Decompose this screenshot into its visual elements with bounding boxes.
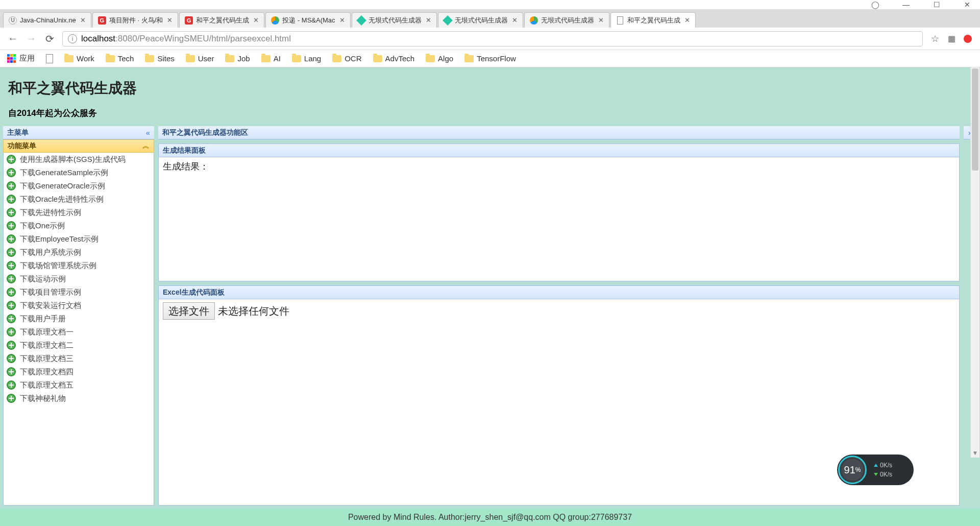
sidebar-main-header[interactable]: 主菜单 « xyxy=(3,126,154,139)
plus-icon xyxy=(7,380,16,390)
bookmark-folder[interactable]: Tech xyxy=(106,54,134,63)
sidebar-menu-item[interactable]: 下载GenerateOracle示例 xyxy=(4,179,154,193)
plus-icon xyxy=(7,195,16,204)
collapse-left-icon[interactable]: « xyxy=(146,128,150,137)
url-path: :8080/PeaceWingSMEU/html/parseexcel.html xyxy=(115,34,291,44)
sidebar-menu-item[interactable]: 下载安装运行文档 xyxy=(4,299,154,312)
excel-panel-header: Excel生成代码面板 xyxy=(159,286,959,299)
sidebar-menu-item[interactable]: 下载GenerateSample示例 xyxy=(4,166,154,179)
browser-tab[interactable]: 无垠式代码生成器✕ xyxy=(352,12,437,28)
site-info-icon[interactable]: i xyxy=(68,34,77,43)
bookmark-folder[interactable]: OCR xyxy=(332,54,361,63)
close-icon[interactable]: ✕ xyxy=(598,16,604,24)
sidebar-menu-item[interactable]: 下载原理文档二 xyxy=(4,339,154,352)
sidebar-accordion-header[interactable]: 功能菜单 ︽ xyxy=(3,139,154,153)
extension-icon-red[interactable] xyxy=(963,34,973,44)
tab-title: 投递 - MS&A(Mac xyxy=(282,16,335,25)
close-icon[interactable]: ✕ xyxy=(253,16,259,24)
bookmark-folder[interactable]: AdvTech xyxy=(373,54,415,63)
minimize-button[interactable]: — xyxy=(898,1,914,9)
page-title: 和平之翼代码生成器 xyxy=(8,79,972,98)
plus-icon xyxy=(7,367,16,376)
bookmark-folder[interactable]: User xyxy=(186,54,214,63)
tab-title: 和平之翼代码生成 xyxy=(196,16,249,25)
bookmark-folder[interactable]: Work xyxy=(64,54,94,63)
maximize-button[interactable]: ☐ xyxy=(929,1,944,9)
new-tab-button[interactable] xyxy=(697,17,707,28)
sidebar-menu-item[interactable]: 下载用户手册 xyxy=(4,312,154,325)
vertical-scrollbar[interactable]: ▲ ▼ xyxy=(970,67,979,458)
page-content: 和平之翼代码生成器 自2014年起为公众服务 主菜单 « 功能菜单 ︽ 使用生成… xyxy=(0,67,980,526)
plus-icon xyxy=(7,168,16,177)
file-icon xyxy=(46,54,53,63)
browser-tab-active[interactable]: 和平之翼代码生成✕ xyxy=(610,12,696,28)
url-input[interactable]: i localhost:8080/PeaceWingSMEU/html/pars… xyxy=(62,31,923,46)
sidebar-menu-item[interactable]: 下载原理文档四 xyxy=(4,365,154,378)
sidebar-menu-item[interactable]: 下载原理文档五 xyxy=(4,378,154,392)
bookmark-folder[interactable]: TensorFlow xyxy=(464,54,516,63)
browser-tab[interactable]: 无垠式代码生成器✕ xyxy=(524,12,609,28)
bookmark-star-icon[interactable]: ☆ xyxy=(930,34,940,44)
folder-icon xyxy=(464,55,474,62)
sidebar-menu-item[interactable]: 下载神秘礼物 xyxy=(4,392,154,405)
close-icon[interactable]: ✕ xyxy=(512,16,518,24)
browser-tab[interactable]: G和平之翼代码生成✕ xyxy=(179,12,264,28)
result-panel-header: 生成结果面板 xyxy=(159,144,959,157)
bookmarks-bar: 应用 Work Tech Sites User Job AI Lang OCR … xyxy=(0,50,980,67)
sidebar-menu-label: 下载原理文档五 xyxy=(20,380,74,390)
browser-tab[interactable]: G项目附件 · 火鸟/和✕ xyxy=(92,12,178,28)
page-footer: Powered by Mind Rules. Author:jerry_shen… xyxy=(0,509,980,526)
folder-icon xyxy=(261,55,271,62)
forward-button[interactable]: → xyxy=(26,33,37,44)
sidebar-menu-item[interactable]: 下载用户系统示例 xyxy=(4,246,154,259)
sidebar-menu-item[interactable]: 下载One示例 xyxy=(4,219,154,232)
sidebar-menu-item[interactable]: 下载原理文档一 xyxy=(4,325,154,339)
plus-icon xyxy=(7,274,16,283)
file-chosen-status: 未选择任何文件 xyxy=(218,304,289,318)
url-host: localhost xyxy=(81,34,115,44)
sidebar-menu-item[interactable]: 下载先进特性示例 xyxy=(4,206,154,219)
main-area-header: 和平之翼代码生成器功能区 xyxy=(158,126,960,139)
close-icon[interactable]: ✕ xyxy=(684,16,690,24)
browser-tab[interactable]: UJava-ChinaUnix.ne✕ xyxy=(3,12,91,28)
browser-tab[interactable]: 无垠式代码生成器✕ xyxy=(438,12,523,28)
reload-button[interactable]: ⟳ xyxy=(44,33,55,45)
sidebar-menu-label: 使用生成器脚本(SGS)生成代码 xyxy=(20,155,126,164)
collapse-up-icon[interactable]: ︽ xyxy=(142,141,150,151)
tab-title: 项目附件 · 火鸟/和 xyxy=(109,16,163,25)
sidebar-menu-item[interactable]: 使用生成器脚本(SGS)生成代码 xyxy=(4,153,154,166)
sidebar-menu-item[interactable]: 下载运动示例 xyxy=(4,272,154,285)
bookmark-folder[interactable]: Job xyxy=(225,54,250,63)
back-button[interactable]: ← xyxy=(7,33,18,44)
user-account-icon[interactable]: ◯ xyxy=(868,1,883,9)
close-icon[interactable]: ✕ xyxy=(167,16,173,24)
close-icon[interactable]: ✕ xyxy=(426,16,431,24)
scroll-down-icon[interactable]: ▼ xyxy=(971,448,979,458)
network-monitor-widget[interactable]: 91% 0K/s 0K/s xyxy=(837,455,914,485)
bookmark-item[interactable] xyxy=(46,54,53,63)
apps-button[interactable]: 应用 xyxy=(7,54,35,63)
address-bar: ← → ⟳ i localhost:8080/PeaceWingSMEU/htm… xyxy=(0,28,980,50)
bookmark-folder[interactable]: Algo xyxy=(426,54,453,63)
bookmark-folder[interactable]: AI xyxy=(261,54,281,63)
sidebar-menu-item[interactable]: 下载原理文档三 xyxy=(4,352,154,365)
bookmark-folder[interactable]: Sites xyxy=(145,54,174,63)
close-icon[interactable]: ✕ xyxy=(80,16,86,24)
left-sidebar: 主菜单 « 功能菜单 ︽ 使用生成器脚本(SGS)生成代码下载GenerateS… xyxy=(3,126,154,506)
close-window-button[interactable]: ✕ xyxy=(960,1,975,9)
sidebar-menu-item[interactable]: 下载场馆管理系统示例 xyxy=(4,259,154,272)
tab-title: 无垠式代码生成器 xyxy=(541,16,594,25)
sidebar-menu-item[interactable]: 下载EmployeeTest示例 xyxy=(4,232,154,246)
sidebar-menu-item[interactable]: 下载项目管理示例 xyxy=(4,285,154,299)
sidebar-menu-label: 下载原理文档二 xyxy=(20,341,74,350)
close-icon[interactable]: ✕ xyxy=(339,16,345,24)
browser-tab[interactable]: 投递 - MS&A(Mac✕ xyxy=(265,12,350,28)
folder-icon xyxy=(106,55,115,62)
bookmark-folder[interactable]: Lang xyxy=(292,54,321,63)
plus-icon xyxy=(7,155,16,164)
extension-icon[interactable]: ▦ xyxy=(946,34,957,44)
choose-file-button[interactable]: 选择文件 xyxy=(163,302,215,320)
sidebar-menu-item[interactable]: 下载Oracle先进特性示例 xyxy=(4,193,154,206)
plus-icon xyxy=(7,208,16,217)
scrollbar-thumb[interactable] xyxy=(972,68,978,171)
